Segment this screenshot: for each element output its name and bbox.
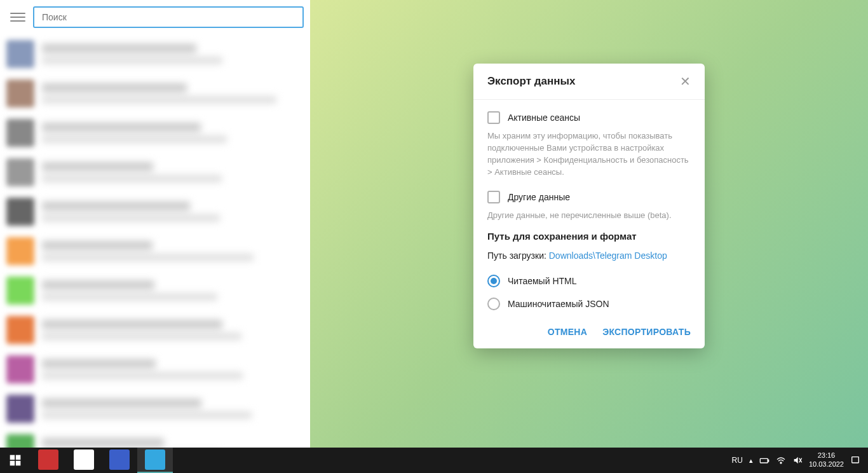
dialog-header: Экспорт данных ✕ (473, 64, 705, 100)
chat-item[interactable] (0, 389, 310, 428)
chat-item[interactable] (0, 310, 310, 350)
notifications-icon[interactable] (850, 455, 860, 465)
option-description: Другие данные, не перечисленные выше (be… (487, 210, 691, 222)
clock[interactable]: 23:16 10.03.2022 (809, 451, 844, 469)
chat-info (42, 280, 304, 301)
taskbar-app[interactable] (102, 448, 137, 473)
chat-info (42, 359, 304, 380)
option-description: Мы храним эту информацию, чтобы показыва… (487, 130, 691, 178)
radio-label: Машиночитаемый JSON (508, 299, 609, 309)
section-title: Путь для сохранения и формат (487, 231, 691, 242)
svg-rect-5 (768, 460, 768, 462)
avatar (6, 355, 34, 383)
search-input[interactable] (33, 6, 304, 28)
taskbar-app[interactable] (31, 448, 66, 473)
sidebar (0, 0, 310, 448)
chat-item[interactable] (0, 192, 310, 231)
checkbox-icon (487, 191, 500, 203)
svg-rect-3 (16, 461, 21, 466)
chat-item[interactable] (0, 231, 310, 271)
chat-item[interactable] (0, 34, 310, 74)
start-button[interactable] (0, 448, 31, 473)
chat-info (42, 44, 304, 64)
time-text: 23:16 (809, 451, 844, 460)
checkbox-icon (487, 111, 500, 124)
avatar (6, 40, 34, 68)
avatar (6, 198, 34, 226)
svg-rect-4 (760, 458, 768, 463)
menu-button[interactable] (10, 10, 25, 25)
svg-rect-0 (10, 455, 15, 460)
avatar (6, 158, 34, 186)
chat-info (42, 162, 304, 182)
avatar (6, 277, 34, 305)
radio-label: Читаемый HTML (508, 276, 577, 286)
battery-icon[interactable] (759, 455, 770, 465)
avatar (6, 316, 34, 344)
svg-rect-9 (852, 457, 859, 463)
tray-chevron-icon[interactable]: ▴ (749, 456, 753, 465)
chat-item[interactable] (0, 271, 310, 310)
chat-info (42, 83, 304, 104)
system-tray: RU ▴ 23:16 10.03.2022 (732, 451, 868, 469)
taskbar-app[interactable] (66, 448, 102, 473)
svg-rect-2 (10, 461, 15, 466)
svg-rect-1 (16, 455, 21, 460)
sidebar-header (0, 0, 310, 34)
chat-info (42, 202, 304, 222)
avatar (6, 119, 34, 147)
chat-info (42, 399, 304, 419)
close-icon[interactable]: ✕ (680, 75, 691, 88)
dialog-body[interactable]: Активные сеансы Мы храним эту информацию… (473, 100, 705, 315)
chat-info (42, 320, 304, 340)
chat-item[interactable] (0, 74, 310, 113)
radio-icon (487, 275, 500, 287)
volume-icon[interactable] (792, 455, 803, 465)
radio-option[interactable]: Машиночитаемый JSON (487, 292, 691, 315)
export-button[interactable]: ЭКСПОРТИРОВАТЬ (602, 327, 691, 337)
checkbox-option[interactable]: Другие данные (487, 187, 691, 207)
option-label: Другие данные (508, 192, 570, 202)
dialog-footer: ОТМЕНА ЭКСПОРТИРОВАТЬ (473, 315, 705, 348)
dialog-title: Экспорт данных (487, 75, 575, 88)
chat-item[interactable] (0, 428, 310, 448)
avatar (6, 395, 34, 423)
chat-item[interactable] (0, 113, 310, 153)
chat-item[interactable] (0, 153, 310, 192)
cancel-button[interactable]: ОТМЕНА (548, 327, 587, 337)
path-link[interactable]: Downloads\Telegram Desktop (549, 250, 667, 261)
chat-list[interactable] (0, 34, 310, 448)
avatar (6, 79, 34, 107)
chat-info (42, 123, 304, 143)
path-label: Путь загрузки: (487, 250, 549, 261)
main-area: е, кому хотели бы написать Экспорт данны… (310, 0, 868, 448)
avatar (6, 237, 34, 265)
chat-item[interactable] (0, 350, 310, 389)
chat-info (42, 438, 304, 448)
taskbar-app[interactable] (137, 448, 173, 473)
taskbar: RU ▴ 23:16 10.03.2022 (0, 448, 868, 473)
chat-info (42, 241, 304, 261)
download-path-row: Путь загрузки: Downloads\Telegram Deskto… (487, 250, 691, 261)
modal-backdrop: Экспорт данных ✕ Активные сеансы Мы хран… (310, 0, 868, 448)
option-label: Активные сеансы (508, 113, 580, 123)
export-dialog: Экспорт данных ✕ Активные сеансы Мы хран… (473, 64, 705, 348)
wifi-icon[interactable] (776, 455, 786, 465)
date-text: 10.03.2022 (809, 460, 844, 469)
svg-point-6 (780, 462, 782, 463)
radio-option[interactable]: Читаемый HTML (487, 270, 691, 292)
checkbox-option[interactable]: Активные сеансы (487, 107, 691, 128)
radio-icon (487, 298, 500, 310)
language-indicator[interactable]: RU (732, 456, 743, 465)
avatar (6, 434, 34, 448)
